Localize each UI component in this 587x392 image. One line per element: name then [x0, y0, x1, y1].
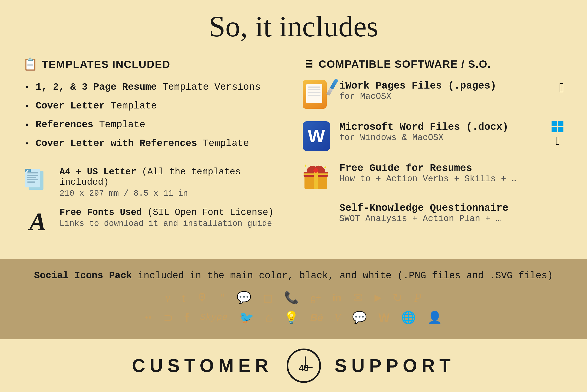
footer-section: CUSTOMER 48 SUPPORT: [0, 339, 587, 392]
a4-title: A4 + US Letter (All the templates includ…: [59, 167, 284, 188]
item-bold: Cover Letter with References: [36, 138, 197, 149]
vine-icon: V: [334, 312, 341, 323]
document-icon: A4: [24, 167, 51, 194]
item-normal: Template: [105, 100, 157, 112]
template-list: 1, 2, & 3 Page Resume Template Versions …: [23, 80, 284, 156]
svg-text:A4: A4: [26, 169, 30, 172]
right-column: 🖥 COMPATIBLE SOFTWARE / S.O.: [303, 57, 564, 252]
svg-text:✦: ✦: [323, 165, 327, 170]
a4-feature: A4 A4 + US Letter (All the templates inc…: [23, 167, 284, 198]
page-title: So, it includes: [209, 10, 378, 43]
gplus-icon: g+: [310, 292, 321, 304]
bulb-icon: 💡: [284, 310, 299, 324]
list-item: 1, 2, & 3 Page Resume Template Versions: [23, 80, 284, 94]
questionnaire-item: Self-Knowledge Questionnaire SWOT Analys…: [303, 202, 564, 224]
guide-item: ✦ ✦ Free Guide for Resumes How to + Acti…: [303, 162, 564, 191]
svg-rect-11: [552, 127, 557, 132]
social-bold: Social Icons Pack: [34, 270, 132, 281]
item-normal: Template: [197, 138, 249, 149]
top-section: So, it includes 📋 TEMPLATES INCLUDED 1, …: [0, 0, 587, 259]
chat-icon: 💬: [237, 290, 251, 304]
globe-icon: 🌐: [401, 310, 416, 324]
behance-icon: Bé: [310, 312, 323, 323]
pages-icon-box: [303, 80, 332, 110]
a4-icon-box: A4: [23, 167, 53, 194]
svg-text:✦: ✦: [304, 164, 307, 168]
fonts-title: Free Fonts Used (SIL Open Font License): [59, 207, 274, 218]
windows-icon: [552, 121, 564, 133]
wordpress-icon: W: [378, 311, 390, 324]
iwork-text: iWork Pages Files (.pages) for MacOSX: [339, 80, 553, 102]
macos-icons: : [559, 80, 564, 96]
questionnaire-text: Self-Knowledge Questionnaire SWOT Analys…: [339, 202, 564, 224]
iwork-subtitle: for MacOSX: [339, 92, 553, 102]
social-header: Social Icons Pack included in the main c…: [34, 270, 553, 281]
clipboard-icon: 📋: [23, 57, 38, 71]
word-text: Microsoft Word Files (.docx) for Windows…: [339, 121, 545, 142]
vimeo-icon: v: [165, 291, 170, 304]
main-container: So, it includes 📋 TEMPLATES INCLUDED 1, …: [0, 0, 587, 392]
svg-rect-16: [304, 174, 328, 175]
font-icon-box: A: [23, 207, 53, 236]
word-letter: W: [308, 126, 325, 147]
iwork-item: iWork Pages Files (.pages) for MacOSX : [303, 80, 564, 110]
apple-icon-2: : [556, 134, 560, 147]
svg-rect-12: [558, 127, 564, 132]
word-title: Microsoft Word Files (.docx): [339, 121, 545, 133]
pages-app-icon: [303, 80, 330, 110]
pages-pen-icon: [326, 78, 339, 96]
fonts-feature: A Free Fonts Used (SIL Open Font License…: [23, 207, 284, 236]
templates-header: 📋 TEMPLATES INCLUDED: [23, 57, 284, 71]
social-icons-row-2: •• ⊃ f Skype 🐦 ⌂ 💡 Bé V 💬 W 🌐 👤: [145, 310, 442, 324]
footer-customer: CUSTOMER: [132, 355, 273, 376]
social-icons-row-1: v t 🎙 " 💬 ◻ 📞 g+ in ✉ ▶ ↻ P: [165, 290, 422, 305]
a4-feature-text: A4 + US Letter (All the templates includ…: [59, 167, 284, 198]
twitter-icon: 🐦: [239, 310, 254, 324]
a4-subtitle: 210 x 297 mm / 8.5 x 11 in: [59, 189, 284, 198]
skype-icon: Skype: [200, 312, 228, 323]
word-item: W Microsoft Word Files (.docx) for Windo…: [303, 121, 564, 151]
clock-icon: 48: [287, 348, 321, 383]
apple-icon: : [559, 80, 564, 96]
svg-rect-9: [552, 121, 557, 126]
facebook-icon: f: [185, 311, 189, 324]
questionnaire-title: Self-Knowledge Questionnaire: [339, 202, 564, 214]
questionnaire-subtitle: SWOT Analysis + Action Plan + …: [339, 214, 564, 224]
tumblr-icon: t: [182, 291, 185, 304]
monitor-icon: 🖥: [303, 57, 315, 71]
person-icon: 👤: [427, 310, 442, 324]
word-subtitle: for Windows & MacOSX: [339, 133, 545, 142]
social-desc: included in the main color, black, and w…: [138, 270, 553, 281]
left-column: 📋 TEMPLATES INCLUDED 1, 2, & 3 Page Resu…: [23, 57, 284, 252]
clock-number: 48: [299, 363, 309, 373]
item-normal: Template: [93, 119, 145, 130]
item-normal: Template Versions: [157, 82, 261, 93]
list-item: References Template: [23, 118, 284, 132]
software-header: 🖥 COMPATIBLE SOFTWARE / S.O.: [303, 57, 564, 71]
footer-support: SUPPORT: [335, 355, 455, 376]
fonts-feature-text: Free Fonts Used (SIL Open Font License) …: [59, 207, 274, 228]
email-icon: ✉: [353, 291, 363, 304]
refresh-icon: ↻: [393, 291, 403, 304]
item-bold: 1, 2, & 3 Page Resume: [36, 82, 157, 93]
word-icon-box: W: [303, 121, 332, 151]
flickr-icon: ••: [145, 312, 152, 323]
pinterest-icon: P: [414, 290, 422, 305]
item-bold: References: [36, 119, 93, 130]
phone-icon: 📞: [284, 290, 299, 304]
podcast-icon: 🎙: [196, 291, 208, 304]
gift-icon-box: ✦ ✦: [303, 162, 332, 191]
svg-rect-2: [27, 172, 38, 174]
linkedin-icon: in: [333, 292, 342, 304]
whatsapp-icon: 💬: [352, 310, 367, 324]
svg-rect-4: [27, 177, 36, 178]
item-bold: Cover Letter: [36, 100, 105, 112]
word-app-icon: W: [303, 121, 330, 151]
fonts-subtitle: Links to download it and installation gu…: [59, 219, 274, 228]
svg-point-19: [313, 168, 318, 173]
software-header-text: COMPATIBLE SOFTWARE / S.O.: [319, 58, 491, 70]
home-icon: ⌂: [265, 311, 272, 324]
gift-icon: ✦ ✦: [303, 162, 329, 190]
templates-header-text: TEMPLATES INCLUDED: [42, 58, 170, 70]
svg-rect-3: [27, 174, 38, 176]
